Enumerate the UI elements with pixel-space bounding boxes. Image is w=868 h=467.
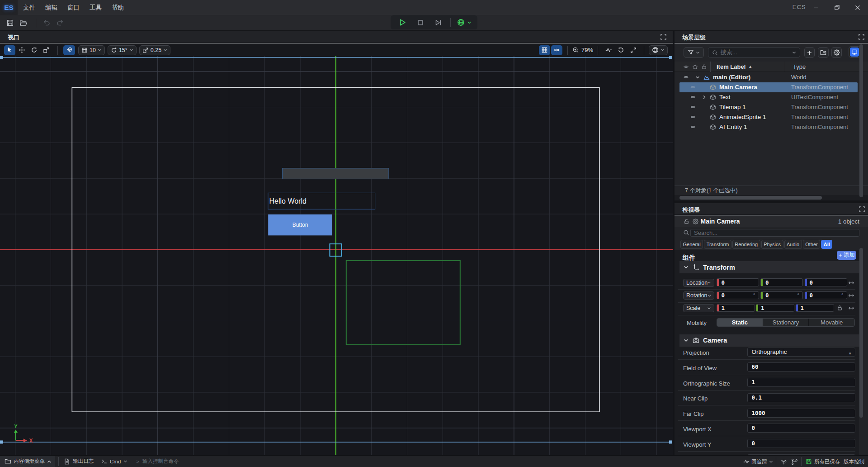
transform-section-header[interactable]: Transform — [679, 261, 860, 273]
fit-view-button[interactable] — [627, 45, 639, 55]
link-axes-icon[interactable] — [848, 280, 854, 286]
location-y-field[interactable]: 0 — [760, 278, 803, 286]
tree-row-text[interactable]: Text UITextComponent — [679, 92, 858, 102]
zoom-level[interactable]: 79% — [572, 47, 593, 53]
tilemap-bar-entity[interactable] — [283, 168, 389, 179]
stop-button[interactable] — [415, 17, 426, 29]
console-input[interactable]: > 输入控制台命令 — [136, 458, 179, 465]
mobility-stationary[interactable]: Stationary — [763, 319, 809, 326]
rotation-x-field[interactable]: 0 ° — [717, 291, 759, 300]
link-axes-icon[interactable] — [848, 292, 854, 299]
sort-ascending-icon[interactable]: ▲ — [748, 64, 752, 69]
selection-handle[interactable] — [669, 440, 672, 443]
move-tool-button[interactable] — [16, 45, 28, 55]
rotate-tool-button[interactable] — [28, 45, 40, 55]
ortho-size-field[interactable]: 1 — [747, 378, 855, 387]
tab-other[interactable]: Other — [803, 240, 821, 249]
menu-tools[interactable]: 工具 — [85, 0, 107, 15]
scale-x-field[interactable]: 1 — [717, 304, 755, 312]
tab-general[interactable]: General — [680, 240, 703, 249]
scale-snap-dropdown[interactable]: 0.25 — [139, 45, 170, 55]
screen-view-button[interactable] — [849, 46, 860, 58]
save-button[interactable] — [4, 17, 16, 29]
rotate-snap-dropdown[interactable]: 15° — [108, 45, 137, 55]
viewport-y-field[interactable]: 0 — [747, 439, 855, 448]
play-button[interactable] — [397, 17, 409, 29]
viewport-x-field[interactable]: 0 — [747, 424, 855, 433]
near-clip-field[interactable]: 0.1 — [747, 393, 855, 402]
add-entity-button[interactable] — [804, 47, 815, 58]
tree-row-ai-entity[interactable]: AI Entity 1 TransformComponent — [679, 122, 858, 132]
eye-icon[interactable] — [683, 74, 689, 80]
lock-open-icon[interactable] — [684, 219, 689, 224]
chevron-right-icon[interactable] — [702, 95, 707, 100]
run-target-dropdown[interactable] — [457, 19, 472, 26]
trace-dropdown[interactable]: 回追踪 — [743, 456, 773, 467]
content-drawer-button[interactable]: 内容侧滑菜单 — [0, 456, 55, 467]
grid-toggle-button[interactable] — [539, 45, 550, 55]
eye-icon[interactable] — [690, 104, 696, 110]
tab-transform[interactable]: Transform — [704, 240, 731, 249]
star-column-icon[interactable] — [692, 64, 698, 70]
hierarchy-expand-icon[interactable] — [859, 34, 864, 40]
chevron-down-icon[interactable] — [695, 75, 700, 80]
snap-toggle-button[interactable] — [63, 45, 75, 55]
eye-column-icon[interactable] — [683, 64, 689, 70]
scale-tool-button[interactable] — [41, 45, 52, 55]
hierarchy-vscrollbar[interactable] — [859, 44, 863, 197]
selection-handle[interactable] — [0, 440, 3, 443]
open-button[interactable] — [18, 17, 29, 29]
reset-view-button[interactable] — [615, 45, 627, 55]
mobility-static[interactable]: Static — [717, 319, 763, 326]
selection-handle[interactable] — [669, 56, 672, 59]
rotation-z-field[interactable]: 0 ° — [805, 291, 847, 300]
tab-all[interactable]: All — [821, 240, 832, 249]
network-status[interactable] — [780, 456, 787, 467]
gear-icon[interactable] — [693, 219, 698, 224]
eye-icon[interactable] — [690, 124, 696, 130]
hierarchy-search-input[interactable]: 搜索... — [708, 47, 800, 58]
menu-help[interactable]: 帮助 — [107, 0, 129, 15]
output-log-button[interactable]: 输出日志 — [64, 458, 94, 465]
select-tool-button[interactable] — [4, 45, 15, 55]
add-component-button[interactable]: 添加 — [837, 251, 856, 260]
stats-button[interactable] — [603, 45, 614, 55]
tree-row-main-camera[interactable]: Main Camera TransformComponent — [679, 82, 858, 92]
column-type-label[interactable]: Type — [793, 63, 806, 70]
eye-icon[interactable] — [690, 84, 696, 90]
scale-y-field[interactable]: 1 — [756, 304, 794, 312]
tree-row-animatedsprite[interactable]: AnimatedSprite 1 TransformComponent — [679, 112, 858, 122]
menu-edit[interactable]: 编辑 — [40, 0, 62, 15]
undo-button[interactable] — [41, 17, 52, 29]
step-button[interactable] — [433, 17, 444, 29]
hscrollbar-thumb[interactable] — [679, 196, 822, 200]
add-folder-button[interactable] — [818, 47, 829, 58]
inspector-vscrollbar[interactable] — [859, 248, 863, 418]
maximize-button[interactable] — [830, 0, 844, 15]
link-axes-icon[interactable] — [848, 305, 854, 311]
branch-button[interactable] — [791, 456, 798, 467]
close-button[interactable] — [851, 0, 864, 15]
tab-rendering[interactable]: Rendering — [732, 240, 760, 249]
eye-icon[interactable] — [690, 114, 696, 120]
tree-row-tilemap[interactable]: Tilemap 1 TransformComponent — [679, 102, 858, 112]
save-status[interactable]: 所有已保存 — [806, 456, 840, 467]
grid-snap-dropdown[interactable]: 10 — [78, 45, 105, 55]
tree-row-world[interactable]: main (Editor) World — [679, 72, 858, 82]
hierarchy-settings-button[interactable] — [831, 47, 842, 58]
viewport-expand-icon[interactable] — [660, 34, 666, 40]
world-dropdown[interactable] — [649, 45, 668, 55]
fov-field[interactable]: 60 — [747, 362, 855, 372]
rotation-y-field[interactable]: 0 ° — [760, 291, 803, 300]
minimize-button[interactable] — [809, 0, 823, 15]
inspector-search-input[interactable]: Search... — [690, 229, 859, 237]
eye-icon[interactable] — [690, 94, 696, 100]
version-control-button[interactable]: 版本控制 — [844, 456, 864, 467]
inspector-expand-icon[interactable] — [859, 206, 865, 212]
tab-audio[interactable]: Audio — [784, 240, 802, 249]
camera-section-header[interactable]: Camera — [679, 334, 860, 347]
hierarchy-filter-button[interactable] — [684, 47, 704, 58]
scale-z-field[interactable]: 1 — [796, 304, 834, 312]
cmd-dropdown[interactable]: Cmd — [101, 458, 127, 464]
projection-dropdown[interactable]: Orthographic ▾ — [747, 348, 855, 357]
